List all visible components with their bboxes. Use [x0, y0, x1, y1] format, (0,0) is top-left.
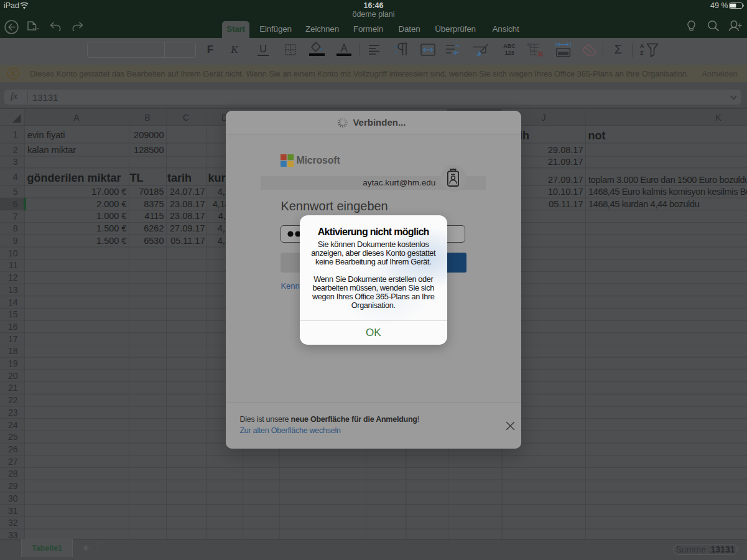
svg-text:8375: 8375	[144, 198, 164, 208]
svg-text:B: B	[144, 112, 150, 122]
svg-text:18: 18	[8, 346, 18, 356]
svg-text:10: 10	[8, 248, 18, 258]
svg-text:33: 33	[8, 530, 18, 539]
svg-text:27.09.17: 27.09.17	[170, 223, 205, 233]
svg-text:5: 5	[13, 187, 18, 197]
svg-text:11: 11	[9, 260, 18, 270]
svg-text:23.08.17: 23.08.17	[170, 198, 205, 208]
svg-text:2.000 €: 2.000 €	[96, 198, 126, 208]
svg-text:27.09.17: 27.09.17	[548, 174, 583, 184]
svg-text:1.500 €: 1.500 €	[96, 235, 126, 245]
svg-text:6262: 6262	[144, 223, 164, 233]
svg-text:4115: 4115	[144, 211, 164, 221]
svg-text:12: 12	[8, 273, 18, 282]
svg-text:70185: 70185	[139, 187, 164, 197]
svg-text:K: K	[715, 112, 721, 122]
svg-text:29: 29	[8, 481, 18, 491]
svg-text:32: 32	[8, 518, 18, 528]
svg-text:209000: 209000	[134, 129, 164, 139]
svg-text:evin fiyati: evin fiyati	[27, 129, 65, 139]
svg-text:C: C	[183, 112, 189, 122]
svg-text:23: 23	[8, 407, 18, 417]
svg-text:3: 3	[13, 157, 18, 167]
svg-text:24: 24	[8, 419, 18, 429]
svg-text:TL: TL	[130, 171, 144, 184]
svg-text:J: J	[542, 112, 546, 122]
svg-text:14: 14	[8, 297, 18, 307]
svg-text:05.11.17: 05.11.17	[170, 235, 205, 245]
svg-text:8: 8	[13, 223, 18, 233]
svg-text:30: 30	[8, 493, 18, 503]
svg-text:1: 1	[13, 129, 18, 139]
svg-text:17.000 €: 17.000 €	[91, 187, 126, 197]
svg-text:15: 15	[8, 309, 18, 319]
svg-text:4: 4	[13, 172, 18, 182]
svg-text:tarih: tarih	[167, 171, 192, 184]
svg-text:13: 13	[8, 284, 18, 294]
svg-text:A: A	[73, 112, 80, 122]
svg-text:29.08.17: 29.08.17	[548, 144, 583, 154]
svg-text:kur: kur	[208, 171, 226, 184]
svg-text:not: not	[588, 129, 606, 141]
svg-text:1468,45 Euro kalmis komisyon k: 1468,45 Euro kalmis komisyon kesilmis Bu	[588, 187, 747, 197]
svg-text:1.500 €: 1.500 €	[96, 223, 126, 233]
svg-text:17: 17	[8, 334, 18, 343]
svg-text:1468,45 kurdan 4,44 bozuldu: 1468,45 kurdan 4,44 bozuldu	[588, 198, 700, 208]
svg-text:05.11.17: 05.11.17	[549, 198, 583, 208]
svg-text:25: 25	[8, 432, 18, 442]
svg-text:21.09.17: 21.09.17	[548, 157, 583, 167]
svg-text:21: 21	[8, 383, 18, 393]
svg-text:kalan miktar: kalan miktar	[27, 144, 76, 154]
svg-text:24.07.17: 24.07.17	[170, 187, 205, 197]
svg-text:16: 16	[8, 321, 18, 331]
svg-text:2: 2	[13, 144, 18, 154]
svg-text:6530: 6530	[144, 235, 164, 245]
svg-text:23.08.17: 23.08.17	[170, 211, 205, 221]
svg-text:20: 20	[8, 370, 18, 380]
svg-text:9: 9	[13, 236, 18, 246]
svg-text:22: 22	[8, 395, 18, 405]
svg-text:6: 6	[13, 198, 18, 208]
svg-text:1.000 €: 1.000 €	[96, 211, 126, 221]
svg-text:19: 19	[8, 358, 18, 368]
svg-text:7: 7	[13, 211, 18, 221]
svg-text:128500: 128500	[134, 144, 164, 154]
svg-text:10.10.17: 10.10.17	[548, 187, 583, 197]
svg-text:28: 28	[8, 469, 18, 478]
svg-text:toplam 3.000 Euro dan 1500 Eur: toplam 3.000 Euro dan 1500 Euro bozuldu	[588, 174, 747, 184]
svg-text:31: 31	[8, 505, 18, 515]
svg-text:26: 26	[8, 444, 18, 454]
svg-text:27: 27	[8, 456, 18, 466]
svg-text:gönderilen miktar: gönderilen miktar	[27, 171, 121, 184]
